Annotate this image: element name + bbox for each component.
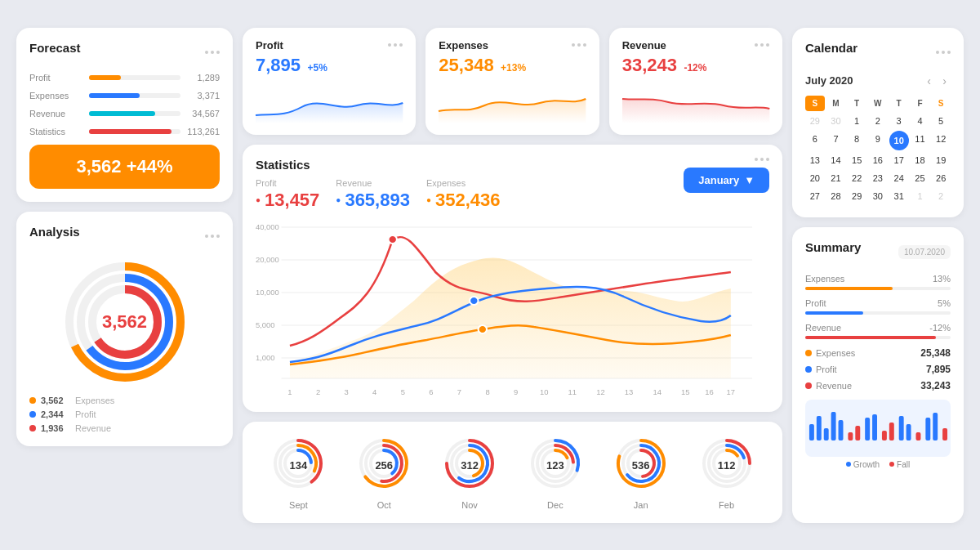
calendar-day[interactable]: 8 <box>847 131 866 150</box>
calendar-day[interactable]: 28 <box>826 188 846 204</box>
calendar-grid: SMTWTFS293012345678910111213141516171819… <box>805 96 951 204</box>
legend-row: 1,936 Revenue <box>29 423 220 433</box>
calendar-day-header: T <box>889 96 909 111</box>
donut-label: Nov <box>461 500 478 510</box>
statistics-menu[interactable] <box>755 158 769 161</box>
svg-rect-66 <box>899 416 904 440</box>
summary-bar-fill <box>805 287 893 290</box>
forecast-row: Revenue 34,567 <box>29 109 220 118</box>
profit-menu[interactable] <box>388 43 403 47</box>
calendar-next[interactable]: › <box>938 73 951 89</box>
small-donut: 134 <box>270 435 327 495</box>
calendar-day[interactable]: 13 <box>805 152 825 168</box>
summary-row-pct: 13% <box>933 274 951 284</box>
svg-text:16: 16 <box>705 388 714 396</box>
calendar-today[interactable]: 10 <box>889 131 909 150</box>
profit-label: Profit <box>256 39 283 51</box>
calendar-day[interactable]: 14 <box>826 152 846 168</box>
revenue-menu[interactable] <box>755 43 769 47</box>
legend-value: 3,562 <box>41 396 70 405</box>
expenses-menu[interactable] <box>572 43 586 47</box>
svg-text:9: 9 <box>514 388 518 396</box>
forecast-bars: Profit 1,289 Expenses 3,371 Revenue 34,5… <box>29 73 220 136</box>
calendar-menu[interactable] <box>936 51 951 54</box>
calendar-day[interactable]: 1 <box>911 188 930 204</box>
mini-cards: Profit 7,895 +5% <box>243 28 782 135</box>
month-button[interactable]: January ▼ <box>684 168 769 193</box>
calendar-day[interactable]: 24 <box>889 170 909 186</box>
calendar-day[interactable]: 18 <box>911 152 930 168</box>
profit-change: +5% <box>308 62 327 74</box>
donut-item: 112 Feb <box>698 435 755 510</box>
forecast-bar-fill <box>89 129 172 134</box>
calendar-day[interactable]: 23 <box>868 170 888 186</box>
legend-dot <box>29 425 36 432</box>
calendar-day[interactable]: 31 <box>889 188 909 204</box>
left-column: Forecast Profit 1,289 Expenses 3,371 Rev… <box>16 28 233 523</box>
calendar-day[interactable]: 1 <box>847 113 866 129</box>
svg-point-17 <box>470 297 478 305</box>
forecast-menu[interactable] <box>205 51 220 54</box>
summary-card: Summary 10.07.2020 Expenses 13% Profit 5… <box>792 227 964 523</box>
expenses-value: 25,348 <box>439 55 493 75</box>
forecast-bar-value: 113,261 <box>187 127 220 136</box>
calendar-day[interactable]: 2 <box>931 188 951 204</box>
forecast-change: +44% <box>127 156 173 177</box>
calendar-day[interactable]: 27 <box>805 188 825 204</box>
forecast-row: Expenses 3,371 <box>29 91 220 101</box>
calendar-day[interactable]: 17 <box>889 152 909 168</box>
revenue-metric-label: Revenue <box>336 178 410 188</box>
svg-text:5: 5 <box>401 388 405 396</box>
calendar-day[interactable]: 4 <box>911 113 930 129</box>
summary-date: 10.07.2020 <box>898 245 951 259</box>
legend-value: 2,344 <box>41 409 70 419</box>
svg-rect-56 <box>817 416 822 440</box>
calendar-day[interactable]: 19 <box>931 152 951 168</box>
svg-text:40,000: 40,000 <box>256 223 279 231</box>
calendar-day[interactable]: 3 <box>889 113 909 129</box>
forecast-total-value: 3,562 <box>76 156 121 177</box>
svg-text:13: 13 <box>625 388 634 396</box>
revenue-metric: Revenue ● 365,893 <box>336 178 410 211</box>
calendar-day[interactable]: 22 <box>847 170 866 186</box>
summary-row-label: Revenue <box>805 323 841 333</box>
donut-item: 312 Nov <box>441 435 498 510</box>
calendar-day[interactable]: 26 <box>931 170 951 186</box>
calendar-prev[interactable]: ‹ <box>923 73 935 89</box>
month-label: January <box>698 174 739 186</box>
calendar-day[interactable]: 9 <box>868 131 888 150</box>
summary-bar-wrap <box>805 287 951 290</box>
calendar-day[interactable]: 21 <box>826 170 846 186</box>
analysis-menu[interactable] <box>205 235 220 238</box>
svg-rect-65 <box>889 423 894 440</box>
calendar-day[interactable]: 12 <box>931 131 951 150</box>
svg-text:4: 4 <box>372 388 376 396</box>
calendar-day[interactable]: 30 <box>826 113 846 129</box>
calendar-day[interactable]: 2 <box>868 113 888 129</box>
calendar-day[interactable]: 11 <box>911 131 930 150</box>
statistics-card: Statistics Profit ● 13,457 Revenue <box>243 145 782 412</box>
small-donut: 312 <box>441 435 498 495</box>
analysis-donut: 3,562 <box>29 257 220 387</box>
calendar-day-header: S <box>805 96 825 111</box>
calendar-day[interactable]: 7 <box>826 131 846 150</box>
calendar-day[interactable]: 16 <box>868 152 888 168</box>
forecast-row: Statistics 113,261 <box>29 127 220 136</box>
calendar-day[interactable]: 20 <box>805 170 825 186</box>
calendar-day[interactable]: 6 <box>805 131 825 150</box>
donut-value: 536 <box>632 458 650 471</box>
calendar-day[interactable]: 29 <box>847 188 866 204</box>
calendar-day[interactable]: 29 <box>805 113 825 129</box>
calendar-day-header: T <box>847 96 866 111</box>
expenses-metric-label: Expenses <box>426 178 501 188</box>
calendar-month: July 2020 <box>805 74 853 87</box>
calendar-day[interactable]: 25 <box>911 170 930 186</box>
svg-rect-71 <box>942 428 947 440</box>
calendar-day[interactable]: 30 <box>868 188 888 204</box>
svg-rect-70 <box>933 413 938 440</box>
expenses-minicard: Expenses 25,348 +13% <box>425 28 599 135</box>
calendar-day[interactable]: 15 <box>847 152 866 168</box>
donut-item: 123 Dec <box>527 435 584 510</box>
calendar-day[interactable]: 5 <box>931 113 951 129</box>
legend-circle <box>889 462 894 467</box>
